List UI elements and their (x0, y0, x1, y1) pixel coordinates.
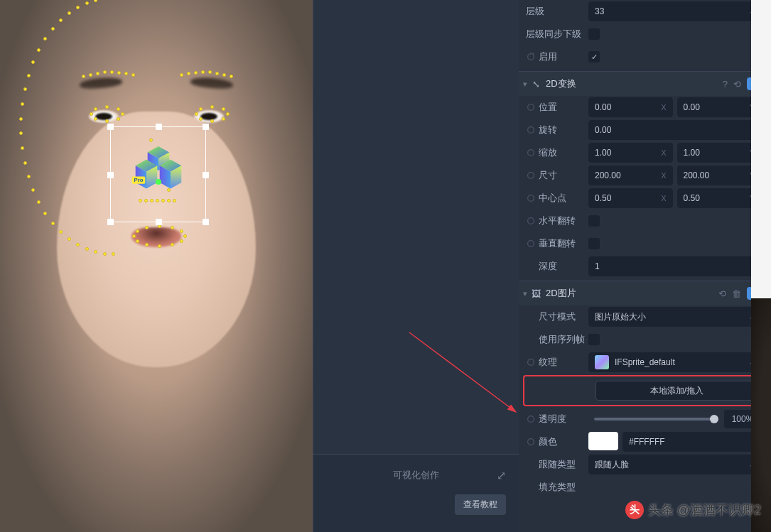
opacity-label: 透明度 (539, 413, 566, 425)
resize-handle-bm[interactable] (156, 219, 162, 225)
image-icon: 🖼 (530, 288, 541, 299)
reset-icon[interactable] (526, 170, 536, 180)
reset-icon[interactable] (526, 193, 536, 203)
reset-icon[interactable] (526, 239, 536, 249)
color-hex-input[interactable]: #FFFFFF (622, 432, 761, 452)
reset-icon[interactable] (526, 125, 536, 135)
hflip-checkbox[interactable] (588, 215, 600, 227)
reset-icon[interactable] (526, 102, 536, 112)
eyebrow-left (80, 76, 123, 89)
use-seq-label: 使用序列帧 (539, 333, 585, 346)
center-panel: 可视化创作 ⤢ 查看教程 (313, 0, 519, 532)
viewport[interactable]: Pro (0, 0, 313, 532)
texture-dropdown[interactable]: IFSprite_default (588, 352, 761, 372)
position-y-input[interactable]: 0.00Y (677, 97, 762, 117)
caret-down-icon: ▾ (523, 289, 527, 298)
resize-handle-br[interactable] (203, 219, 209, 225)
reset-icon[interactable] (526, 437, 536, 447)
center-y-input[interactable]: 0.50Y (677, 188, 762, 208)
svg-point-21 (528, 416, 534, 423)
resize-handle-mr[interactable] (203, 172, 209, 178)
svg-point-19 (528, 241, 534, 247)
layer-dropdown[interactable]: 33 (588, 1, 761, 21)
resize-handle-tl[interactable] (107, 124, 114, 130)
position-x-input[interactable]: 0.00X (588, 97, 673, 117)
vflip-label: 垂直翻转 (539, 237, 576, 250)
depth-label: 深度 (539, 260, 557, 273)
reset-icon[interactable] (526, 414, 536, 424)
sprite-cube-icon[interactable]: Pro (128, 141, 188, 202)
expand-icon[interactable]: ⤢ (497, 469, 506, 482)
caret-down-icon: ▾ (523, 80, 527, 89)
texture-thumb-icon (595, 355, 609, 369)
resize-handle-bl[interactable] (107, 219, 114, 225)
reset-icon[interactable] (526, 148, 536, 158)
fill-type-label: 填充类型 (539, 481, 576, 494)
annotation-arrow (313, 0, 519, 532)
highlight-annotation: 本地添加/拖入 (523, 375, 762, 406)
add-local-button[interactable]: 本地添加/拖入 (595, 381, 758, 401)
opacity-slider[interactable] (594, 418, 714, 420)
size-x-input[interactable]: 200.00X (588, 165, 673, 185)
help-icon[interactable]: ? (723, 79, 728, 89)
resize-handle-tr[interactable] (203, 124, 209, 130)
svg-line-11 (409, 332, 516, 412)
svg-text:Pro: Pro (134, 177, 143, 183)
enabled-label: 启用 (539, 50, 557, 63)
vflip-checkbox[interactable] (588, 238, 600, 249)
svg-point-22 (528, 439, 534, 445)
visualization-label: 可视化创作 (313, 469, 519, 482)
reset-icon[interactable] (526, 216, 536, 226)
follow-type-dropdown[interactable]: 跟随人脸 (588, 455, 761, 474)
rotation-label: 旋转 (539, 124, 557, 136)
enabled-checkbox[interactable] (588, 51, 600, 63)
reset-icon[interactable] (526, 357, 536, 367)
size-label: 尺寸 (539, 169, 557, 182)
svg-point-13 (528, 104, 534, 111)
scale-x-input[interactable]: 1.00X (588, 143, 673, 163)
reset-icon[interactable] (526, 52, 536, 62)
watermark: 头 头条 @酒酒不识卿2 (625, 501, 761, 519)
svg-point-18 (528, 218, 534, 224)
center-x-input[interactable]: 0.50X (588, 188, 673, 208)
resize-handle-ml[interactable] (107, 172, 114, 178)
sync-sub-label: 层级同步下级 (526, 28, 581, 40)
follow-type-label: 跟随类型 (539, 458, 576, 471)
center-label: 中心点 (539, 192, 566, 205)
texture-label: 纹理 (539, 356, 557, 369)
reset-section-icon[interactable]: ⟲ (718, 288, 726, 299)
eyebrow-right (190, 76, 234, 89)
eye-left (89, 110, 119, 123)
section-2d-image-header[interactable]: ▾ 🖼 2D图片 ⟲ 🗑 (519, 281, 767, 305)
scale-y-input[interactable]: 1.00Y (677, 143, 762, 163)
tutorial-button[interactable]: 查看教程 (455, 494, 506, 515)
eye-right (194, 110, 224, 123)
sync-sub-checkbox[interactable] (588, 28, 600, 40)
depth-input[interactable]: 1 (588, 256, 761, 276)
size-mode-dropdown[interactable]: 图片原始大小 (588, 307, 761, 327)
layer-label: 层级 (526, 5, 544, 18)
scale-label: 缩放 (539, 146, 557, 159)
svg-point-17 (528, 195, 534, 202)
svg-point-14 (528, 127, 534, 134)
color-label: 颜色 (539, 435, 557, 448)
size-mode-label: 尺寸模式 (539, 310, 576, 323)
use-seq-checkbox[interactable] (588, 334, 600, 345)
svg-point-16 (528, 173, 534, 179)
svg-point-20 (528, 359, 534, 366)
transform-icon: ⤡ (530, 78, 541, 89)
anchor-point[interactable] (156, 179, 161, 185)
size-y-input[interactable]: 200.00Y (677, 165, 762, 185)
rotation-input[interactable]: 0.00 (588, 120, 761, 140)
reset-section-icon[interactable]: ⟲ (733, 79, 741, 89)
mouth (131, 227, 181, 247)
section-2d-transform-header[interactable]: ▾ ⤡ 2D变换 ? ⟲ (519, 71, 767, 96)
selection-box[interactable]: Pro (110, 126, 206, 222)
toutiao-logo-icon: 头 (625, 501, 644, 519)
hflip-label: 水平翻转 (539, 215, 576, 227)
resize-handle-tm[interactable] (156, 124, 162, 130)
color-swatch[interactable] (588, 432, 618, 450)
delete-icon[interactable]: 🗑 (732, 288, 741, 299)
properties-panel[interactable]: 层级 33 层级同步下级 启用 ▾ ⤡ 2D变换 ? ⟲ 位置 0.00X (519, 0, 771, 532)
svg-point-15 (528, 150, 534, 156)
